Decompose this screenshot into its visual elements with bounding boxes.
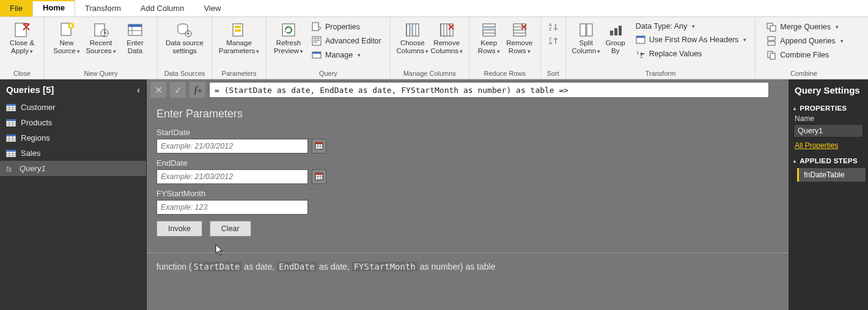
queries-header: Queries [5] ‹	[0, 79, 146, 100]
recent-sources-button[interactable]: RecentSources▾	[84, 20, 118, 56]
tab-transform[interactable]: Transform	[75, 0, 131, 17]
enddate-datepicker-button[interactable]	[312, 169, 326, 184]
query-item-customer[interactable]: Customer	[0, 100, 146, 115]
svg-rect-38	[770, 26, 776, 31]
data-type-button[interactable]: Data Type: Any▾	[633, 21, 749, 32]
formula-cancel-button[interactable]: ✕	[150, 82, 166, 98]
merge-queries-button[interactable]: Merge Queries▾	[764, 21, 845, 33]
append-queries-icon	[767, 36, 776, 46]
svg-rect-31	[614, 28, 617, 35]
main-area: Queries [5] ‹ Customer Products Regions …	[0, 79, 868, 310]
ribbon-group-label: Sort	[546, 68, 561, 79]
query-label: Sales	[21, 149, 41, 158]
invoke-button[interactable]: Invoke	[156, 221, 202, 237]
query-name-input[interactable]	[793, 124, 863, 138]
manage-parameters-button[interactable]: ManageParameters▾	[217, 20, 261, 56]
chevron-down-icon: ▲	[792, 158, 797, 164]
remove-columns-icon	[439, 22, 455, 38]
data-source-settings-icon	[177, 22, 193, 38]
properties-section-header[interactable]: ▲ PROPERTIES	[789, 101, 868, 114]
merge-queries-icon	[767, 22, 776, 32]
ribbon-group-newquery: NewSource▾ RecentSources▾ EnterData New …	[45, 17, 158, 79]
formula-commit-button[interactable]: ✓	[170, 82, 186, 98]
manage-button[interactable]: Manage▾	[309, 49, 384, 61]
combine-files-button[interactable]: Combine Files	[764, 49, 845, 61]
all-properties-link[interactable]: All Properties	[789, 141, 868, 153]
data-source-settings-button[interactable]: Data sourcesettings	[163, 20, 207, 55]
svg-rect-12	[235, 29, 241, 32]
append-queries-button[interactable]: Append Queries▾	[764, 35, 845, 47]
ribbon-group-manage-columns: ChooseColumns▾ RemoveColumns▾ Manage Col…	[391, 17, 469, 79]
enter-data-button[interactable]: EnterData	[118, 20, 152, 55]
startdate-datepicker-button[interactable]	[312, 139, 326, 153]
calendar-icon	[315, 172, 323, 182]
svg-rect-34	[636, 36, 645, 38]
tab-add-column[interactable]: Add Column	[131, 0, 194, 17]
query-item-sales[interactable]: Sales	[0, 146, 146, 161]
new-source-button[interactable]: NewSource▾	[50, 20, 84, 56]
query-item-query1[interactable]: fx Query1	[0, 161, 146, 176]
svg-rect-50	[6, 150, 16, 152]
applied-steps-section-header[interactable]: ▲ APPLIED STEPS	[789, 153, 868, 167]
ribbon-group-label: Transform	[571, 68, 751, 79]
enter-data-icon	[127, 22, 143, 38]
query-item-regions[interactable]: Regions	[0, 130, 146, 146]
tab-home[interactable]: Home	[32, 0, 75, 17]
tab-file[interactable]: File	[0, 0, 32, 17]
ribbon-group-label: Data Sources	[163, 68, 207, 79]
query-label: Query1	[20, 164, 46, 173]
sort-asc-icon: AZ	[548, 22, 558, 32]
svg-rect-48	[6, 135, 16, 136]
chevron-down-icon: ▲	[792, 106, 797, 111]
split-column-icon	[578, 22, 594, 38]
svg-rect-53	[315, 142, 323, 144]
properties-icon	[312, 22, 322, 32]
formula-input[interactable]	[209, 82, 769, 98]
replace-values-button[interactable]: 12 Replace Values	[633, 48, 749, 60]
tab-view[interactable]: View	[194, 0, 230, 17]
use-first-row-headers-button[interactable]: Use First Row As Headers▾	[633, 34, 749, 46]
svg-rect-14	[312, 23, 318, 31]
clear-button[interactable]: Clear	[210, 221, 251, 237]
remove-rows-icon	[512, 22, 528, 38]
fystartmonth-input[interactable]	[156, 200, 308, 215]
properties-button[interactable]: Properties	[309, 21, 384, 33]
remove-columns-button[interactable]: RemoveColumns▾	[430, 20, 464, 56]
ribbon-group-label: Parameters	[217, 68, 261, 79]
choose-columns-button[interactable]: ChooseColumns▾	[395, 20, 430, 56]
formula-bar: ✕ ✓ ƒx ˅	[147, 79, 789, 100]
split-column-button[interactable]: SplitColumn▾	[571, 20, 601, 56]
svg-rect-6	[128, 24, 142, 27]
applied-step-fndatetable[interactable]: fnDateTable	[797, 168, 866, 182]
startdate-input[interactable]	[156, 139, 308, 153]
center-pane: ✕ ✓ ƒx ˅ Enter Parameters StartDate EndD…	[147, 79, 789, 310]
ribbon-group-label: Reduce Rows	[474, 68, 535, 79]
svg-rect-22	[483, 27, 495, 30]
close-and-apply-button[interactable]: Close &Apply▾	[5, 20, 39, 56]
ribbon-group-label: Manage Columns	[395, 68, 464, 79]
ribbon-group-parameters: ManageParameters▾ Parameters	[212, 17, 267, 79]
sort-desc-button[interactable]: ZA	[547, 35, 559, 47]
svg-point-9	[188, 33, 189, 35]
replace-values-icon: 12	[636, 49, 645, 59]
remove-rows-button[interactable]: RemoveRows▾	[504, 20, 535, 56]
sort-desc-icon: ZA	[548, 36, 558, 46]
formula-expand-button[interactable]: ˅	[773, 86, 785, 94]
refresh-preview-button[interactable]: RefreshPreview▾	[271, 20, 306, 56]
sort-asc-button[interactable]: AZ	[547, 21, 559, 33]
keep-rows-button[interactable]: KeepRows▾	[474, 20, 504, 56]
group-by-button[interactable]: GroupBy	[601, 20, 630, 55]
query-settings-pane: Query Settings ▲ PROPERTIES Name All Pro…	[789, 79, 868, 310]
refresh-icon	[281, 22, 296, 38]
choose-columns-icon	[405, 22, 421, 38]
advanced-editor-button[interactable]: Advanced Editor	[309, 35, 384, 47]
collapse-queries-icon[interactable]: ‹	[137, 85, 140, 95]
query-item-products[interactable]: Products	[0, 115, 146, 130]
formula-fx-button[interactable]: ƒx	[189, 82, 205, 98]
function-signature: function (StartDate as date, EndDate as …	[147, 253, 789, 280]
svg-text:Z: Z	[549, 37, 552, 41]
table-icon	[6, 150, 16, 157]
recent-sources-icon	[93, 22, 109, 38]
fystartmonth-label: FYStartMonth	[156, 189, 779, 198]
enddate-input[interactable]	[156, 169, 308, 184]
